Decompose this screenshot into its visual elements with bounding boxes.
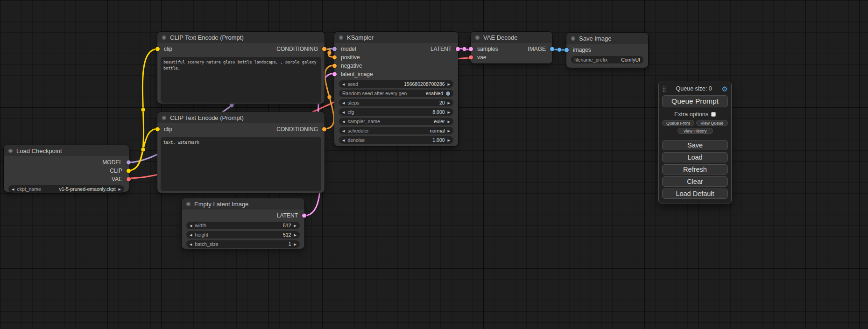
- node-load-checkpoint[interactable]: Load Checkpoint MODEL CLIP VAE: [4, 145, 129, 192]
- widget-value: 1.000: [432, 137, 445, 143]
- seed-widget[interactable]: seed 156680208700286: [339, 80, 453, 88]
- latent-output-dot[interactable]: [456, 47, 460, 51]
- increment-arrow-icon[interactable]: [448, 101, 450, 105]
- clip-input-dot[interactable]: [155, 127, 160, 132]
- save-button[interactable]: Save: [662, 140, 728, 150]
- scheduler-widget[interactable]: scheduler normal: [339, 127, 453, 134]
- node-save-image[interactable]: Save Image images filename_prefix ComfyU…: [566, 33, 648, 68]
- increment-arrow-icon[interactable]: [448, 83, 450, 86]
- random-seed-toggle-widget[interactable]: Random seed after every gen enabled: [339, 90, 453, 97]
- prev-arrow-icon[interactable]: [12, 188, 14, 191]
- clear-button[interactable]: Clear: [662, 176, 728, 187]
- ckpt-name-widget[interactable]: ckpt_name v1-5-pruned-emaonly.ckpt: [8, 185, 124, 193]
- drag-handle-icon[interactable]: [662, 84, 666, 93]
- clip-input-dot[interactable]: [155, 47, 160, 51]
- decrement-arrow-icon[interactable]: [190, 224, 192, 227]
- model-input-dot[interactable]: [332, 47, 337, 51]
- node-titlebar[interactable]: Load Checkpoint: [4, 145, 129, 156]
- increment-arrow-icon[interactable]: [448, 111, 450, 114]
- node-vae-decode[interactable]: VAE Decode samples IMAGE vae: [471, 32, 552, 63]
- node-titlebar[interactable]: Empty Latent Image: [182, 198, 304, 210]
- node-graph-canvas[interactable]: Load Checkpoint MODEL CLIP VAE: [0, 0, 868, 329]
- slot-label: VAE: [112, 176, 122, 182]
- positive-input-dot[interactable]: [332, 56, 337, 60]
- node-empty-latent-image[interactable]: Empty Latent Image LATENT width 512 heig…: [182, 198, 304, 249]
- queue-front-button[interactable]: Queue Front: [662, 120, 694, 126]
- collapse-dot[interactable]: [162, 116, 166, 120]
- negative-input-dot[interactable]: [332, 64, 337, 68]
- steps-widget[interactable]: steps 20: [339, 99, 453, 106]
- collapse-dot[interactable]: [186, 202, 191, 206]
- height-widget[interactable]: height 512: [186, 231, 300, 238]
- widget-label: Random seed after every gen: [342, 91, 407, 96]
- slot-label: negative: [341, 63, 362, 69]
- filename-prefix-widget[interactable]: filename_prefix ComfyUI: [571, 56, 643, 63]
- images-input-dot[interactable]: [565, 48, 569, 52]
- next-arrow-icon[interactable]: [448, 129, 450, 133]
- view-queue-button[interactable]: View Queue: [696, 120, 728, 126]
- batch-size-widget[interactable]: batch_size 1: [186, 240, 300, 248]
- vae-output-dot[interactable]: [127, 177, 131, 182]
- node-titlebar[interactable]: Save Image: [566, 33, 648, 44]
- width-widget[interactable]: width 512: [186, 222, 300, 229]
- node-ksampler[interactable]: KSampler model LATENT positive: [334, 32, 458, 146]
- increment-arrow-icon[interactable]: [448, 139, 450, 142]
- increment-arrow-icon[interactable]: [294, 233, 296, 237]
- output-slot-image: IMAGE: [528, 45, 552, 53]
- denoise-widget[interactable]: denoise 1.000: [339, 136, 453, 144]
- conditioning-output-dot[interactable]: [322, 47, 326, 51]
- samples-input-dot[interactable]: [469, 47, 473, 51]
- decrement-arrow-icon[interactable]: [342, 111, 345, 114]
- node-titlebar[interactable]: KSampler: [334, 32, 458, 43]
- vae-input-dot[interactable]: [469, 56, 473, 60]
- load-default-button[interactable]: Load Default: [662, 189, 728, 199]
- slot-label: model: [341, 46, 356, 52]
- cfg-widget[interactable]: cfg 8.000: [339, 108, 453, 116]
- decrement-arrow-icon[interactable]: [190, 243, 192, 246]
- link-clip-to-positive: [129, 49, 157, 170]
- output-slot-conditioning: CONDITIONING: [276, 45, 325, 53]
- clip-output-dot[interactable]: [127, 169, 131, 173]
- latent-image-input-dot[interactable]: [332, 72, 337, 77]
- latent-output-dot[interactable]: [302, 214, 306, 218]
- collapse-dot[interactable]: [8, 149, 13, 153]
- gear-icon[interactable]: [722, 85, 728, 92]
- queue-prompt-button[interactable]: Queue Prompt: [662, 95, 728, 107]
- toggle-knob[interactable]: [446, 91, 450, 96]
- input-slot-latent-image: latent_image: [334, 70, 373, 78]
- increment-arrow-icon[interactable]: [294, 243, 296, 246]
- sampler-name-widget[interactable]: sampler_name euler: [339, 118, 453, 125]
- load-button[interactable]: Load: [662, 152, 728, 162]
- decrement-arrow-icon[interactable]: [190, 233, 192, 237]
- image-output-dot[interactable]: [550, 47, 554, 51]
- queue-menu-panel: Queue size: 0 Queue Prompt Extra options…: [658, 82, 732, 203]
- extra-options-label: Extra options: [674, 111, 708, 118]
- refresh-button[interactable]: Refresh: [662, 164, 728, 175]
- prev-arrow-icon[interactable]: [342, 120, 345, 123]
- node-clip-text-encode-positive[interactable]: CLIP Text Encode (Prompt) clip CONDITION…: [157, 32, 325, 104]
- collapse-dot[interactable]: [475, 35, 480, 40]
- widget-label: denoise: [347, 137, 365, 143]
- next-arrow-icon[interactable]: [448, 120, 450, 123]
- increment-arrow-icon[interactable]: [294, 224, 296, 227]
- decrement-arrow-icon[interactable]: [342, 101, 345, 105]
- slot-label: samples: [477, 46, 498, 52]
- conditioning-output-dot[interactable]: [322, 127, 326, 132]
- extra-options-checkbox[interactable]: [711, 112, 716, 117]
- prompt-textarea[interactable]: text, watermark: [161, 137, 321, 191]
- collapse-dot[interactable]: [339, 35, 343, 40]
- model-output-dot[interactable]: [127, 161, 131, 165]
- decrement-arrow-icon[interactable]: [342, 139, 345, 142]
- node-titlebar[interactable]: VAE Decode: [471, 32, 552, 43]
- node-clip-text-encode-negative[interactable]: CLIP Text Encode (Prompt) clip CONDITION…: [157, 112, 325, 193]
- node-titlebar[interactable]: CLIP Text Encode (Prompt): [157, 112, 325, 123]
- collapse-dot[interactable]: [162, 35, 166, 40]
- node-titlebar[interactable]: CLIP Text Encode (Prompt): [157, 32, 325, 43]
- next-arrow-icon[interactable]: [119, 188, 121, 191]
- collapse-dot[interactable]: [571, 36, 575, 41]
- prev-arrow-icon[interactable]: [342, 129, 345, 133]
- decrement-arrow-icon[interactable]: [342, 83, 345, 86]
- slot-label: latent_image: [341, 71, 373, 77]
- prompt-textarea[interactable]: beautiful scenery nature glass bottle la…: [161, 57, 321, 103]
- view-history-button[interactable]: View History: [677, 128, 713, 134]
